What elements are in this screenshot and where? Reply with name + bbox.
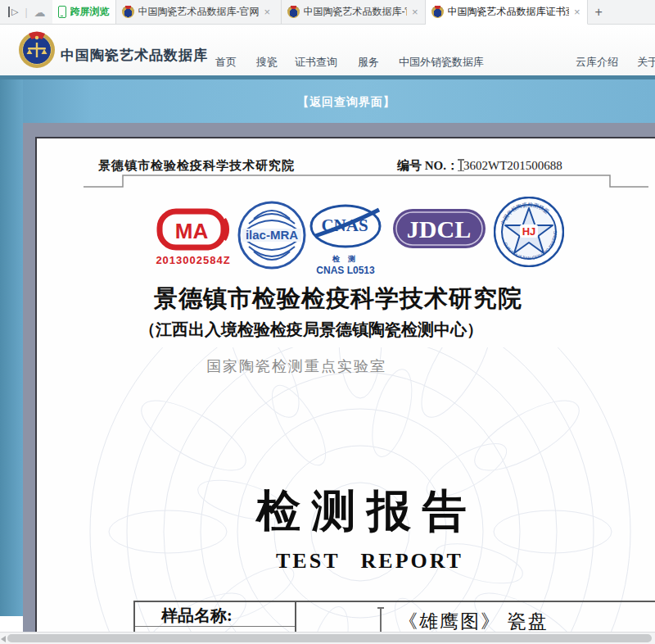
content-area: 景德镇市检验检疫科学技术研究院 编号 NO.：3602WT201500688 M… <box>0 123 655 644</box>
divider: | <box>25 7 27 18</box>
nav-certificate-query[interactable]: 证书查询 <box>295 55 337 70</box>
report-title-cn: 检 测 报 告 <box>256 486 467 537</box>
hj-center-text: HJ <box>522 225 536 238</box>
tab-label: 中国陶瓷艺术品数据库-官网 <box>138 5 260 19</box>
cnas-logo: CNAS 检 测 CNAS L0513 <box>309 203 382 276</box>
sidebar-toggle-icon[interactable]: ▷ <box>8 7 18 17</box>
new-tab-button[interactable]: + <box>588 0 610 24</box>
nav-search-porcelain[interactable]: 搜瓷 <box>256 55 278 70</box>
close-tab-icon[interactable]: × <box>573 7 581 17</box>
scroll-left-arrow-icon[interactable] <box>1 636 6 642</box>
nav-home[interactable]: 首页 <box>215 55 237 70</box>
nav-cloud-library-intro[interactable]: 云库介绍 <box>576 55 618 70</box>
back-to-query-link[interactable]: 【返回查询界面】 <box>297 95 395 110</box>
page-background-strip <box>0 79 23 616</box>
close-tab-icon[interactable]: × <box>411 7 419 17</box>
huajian-union-logo: 中国华检陶瓷检测联盟 CHINA HUAJIAN CERAMIC TESTING… <box>494 197 564 270</box>
site-favicon <box>122 6 134 18</box>
cnas-sub-cn: 检 测 <box>309 254 382 265</box>
cma-cert-number: 2013002584Z <box>156 254 231 266</box>
tab-certificate-query-active[interactable]: 中国陶瓷艺术品数据库证书查询 × <box>426 0 588 25</box>
sample-name-value: 《雄鹰图》 瓷盘 <box>399 610 549 633</box>
horizontal-scrollbar[interactable] <box>0 632 655 644</box>
browser-window: ▷ | ☁ 跨屏浏览 中国陶瓷艺术品数据库-官网 × 中国陶瓷艺术品数据库-官网… <box>0 0 655 644</box>
site-favicon <box>287 6 300 18</box>
tab-database-home-1[interactable]: 中国陶瓷艺术品数据库-官网 × <box>116 0 282 24</box>
key-lab-line: 国家陶瓷检测重点实验室 <box>206 358 386 376</box>
site-logo-icon <box>18 31 56 69</box>
jdcl-logo: JDCL <box>393 209 486 252</box>
site-header: 中国陶瓷艺术品数据库 首页 搜瓷 证书查询 服务 中国外销瓷数据库 云库介绍 关… <box>0 25 655 75</box>
cnas-text: CNAS <box>321 215 368 235</box>
browser-controls: ▷ | ☁ <box>0 0 52 24</box>
jdcl-text: JDCL <box>407 215 471 243</box>
close-tab-icon[interactable]: × <box>264 7 272 17</box>
header-rule <box>37 138 655 196</box>
institute-title: 景德镇市检验检疫科学技术研究院 <box>154 284 522 313</box>
browser-tab-bar: ▷ | ☁ 跨屏浏览 中国陶瓷艺术品数据库-官网 × 中国陶瓷艺术品数据库-官网… <box>0 0 655 25</box>
tab-label: 中国陶瓷艺术品数据库证书查询 <box>448 5 569 19</box>
tab-cross-screen[interactable]: 跨屏浏览 <box>52 0 116 24</box>
ilac-mra-logo: ilac-MRA <box>237 201 306 273</box>
ilac-text: ilac-MRA <box>246 228 298 242</box>
cma-text: MA <box>175 219 209 243</box>
cloud-sync-icon[interactable]: ☁ <box>34 6 46 19</box>
sample-name-label-cn: 样品名称: <box>135 602 295 627</box>
site-favicon <box>431 6 444 18</box>
institute-subtitle: （江西出入境检验检疫局景德镇陶瓷检测中心） <box>139 320 483 339</box>
tab-label: 中国陶瓷艺术品数据库-官网 <box>304 5 407 19</box>
scrollbar-thumb[interactable] <box>7 634 652 642</box>
nav-services[interactable]: 服务 <box>358 55 379 70</box>
nav-export-porcelain-db[interactable]: 中国外销瓷数据库 <box>399 55 484 70</box>
nav-about[interactable]: 关于 <box>637 55 655 70</box>
report-title-en: TEST REPORT <box>276 548 463 574</box>
tab-database-home-2[interactable]: 中国陶瓷艺术品数据库-官网 × <box>282 0 426 24</box>
cma-logo: MA 2013002584Z <box>156 208 231 266</box>
site-title: 中国陶瓷艺术品数据库 <box>61 46 208 65</box>
phone-icon <box>58 6 66 18</box>
cnas-sub-code: CNAS L0513 <box>309 265 382 276</box>
test-report-document: 景德镇市检验检疫科学技术研究院 编号 NO.：3602WT201500688 M… <box>35 137 655 644</box>
tab-label: 跨屏浏览 <box>70 5 110 19</box>
